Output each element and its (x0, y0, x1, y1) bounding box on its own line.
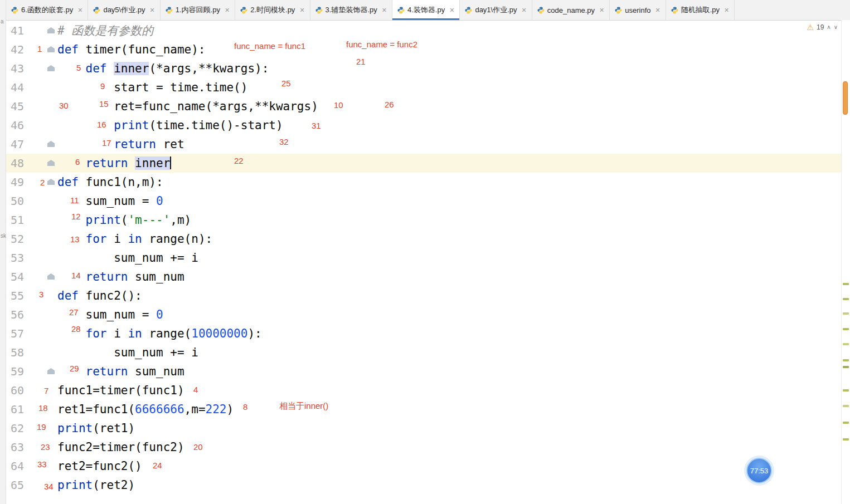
code-line-57[interactable]: 57 for i in range(10000000): (6, 324, 850, 343)
code-editor[interactable]: 41# 函数是有参数的42def timer(func_name):43 def… (6, 21, 850, 504)
code-text[interactable]: print(ret2) (57, 476, 135, 495)
code-line-60[interactable]: 60func1=timer(func1) (6, 381, 850, 400)
code-text[interactable]: return inner (57, 154, 171, 173)
code-line-42[interactable]: 42def timer(func_name): (6, 40, 850, 59)
code-text[interactable]: def func2(): (57, 286, 142, 305)
code-text[interactable]: for i in range(10000000): (57, 324, 262, 343)
line-number[interactable]: 50 (6, 192, 57, 211)
code-line-45[interactable]: 45 ret=func_name(*args,**kwargs) (6, 97, 850, 116)
tab-随机抽取.py[interactable]: 随机抽取.py✕ (666, 0, 735, 20)
line-number[interactable]: 41 (6, 21, 57, 40)
code-line-54[interactable]: 54 return sum_num (6, 267, 850, 286)
fold-marker-icon[interactable] (47, 46, 55, 52)
line-number[interactable]: 65 (6, 476, 57, 495)
code-line-47[interactable]: 47 return ret (6, 135, 850, 154)
tab-close-icon[interactable]: ✕ (382, 7, 387, 14)
code-line-63[interactable]: 63func2=timer(func2) (6, 438, 850, 457)
code-line-58[interactable]: 58 sum_num += i (6, 343, 850, 362)
tab-code_name.py[interactable]: code_name.py✕ (532, 0, 610, 20)
fold-marker-icon[interactable] (47, 273, 55, 280)
code-line-51[interactable]: 51 print('m---',m) (6, 211, 850, 229)
stripe-mark[interactable] (843, 283, 849, 285)
fold-marker-icon[interactable] (47, 160, 55, 166)
prev-issue-icon[interactable]: ∧ (827, 25, 830, 30)
tab-6.函数的嵌套.py[interactable]: 6.函数的嵌套.py✕ (6, 0, 88, 20)
next-issue-icon[interactable]: ∨ (834, 25, 838, 30)
tab-close-icon[interactable]: ✕ (599, 7, 604, 14)
line-number[interactable]: 52 (6, 229, 57, 248)
inspections-widget[interactable]: ⚠ 19 ∧ ∨ (807, 23, 838, 31)
line-number[interactable]: 43 (6, 59, 57, 78)
tab-day5\作业.py[interactable]: day5\作业.py✕ (88, 0, 160, 20)
code-line-65[interactable]: 65print(ret2) (6, 476, 850, 495)
line-number[interactable]: 42 (6, 40, 57, 59)
stripe-mark[interactable] (843, 405, 849, 407)
code-text[interactable]: func1=timer(func1) (57, 381, 184, 400)
scrollbar-thumb[interactable] (843, 81, 848, 115)
tab-day1\作业.py[interactable]: day1\作业.py✕ (460, 0, 532, 20)
code-text[interactable]: sum_num += i (57, 343, 198, 362)
line-number[interactable]: 53 (6, 248, 57, 267)
code-text[interactable]: sum_num = 0 (57, 305, 163, 324)
code-text[interactable]: ret1=func1(6666666,m=222) (57, 400, 234, 419)
line-number[interactable]: 58 (6, 343, 57, 362)
line-number[interactable]: 56 (6, 305, 57, 324)
code-text[interactable]: return sum_num (57, 267, 184, 286)
code-text[interactable]: ret=func_name(*args,**kwargs) (57, 97, 318, 116)
line-number[interactable]: 60 (6, 381, 57, 400)
tab-close-icon[interactable]: ✕ (77, 7, 82, 14)
code-text[interactable]: return sum_num (57, 362, 184, 381)
stripe-mark[interactable] (843, 312, 849, 315)
stripe-mark[interactable] (843, 298, 849, 300)
line-number[interactable]: 51 (6, 211, 57, 229)
code-line-62[interactable]: 62print(ret1) (6, 419, 850, 438)
tab-userinfo[interactable]: userinfo✕ (610, 0, 666, 20)
line-number[interactable]: 57 (6, 324, 57, 343)
code-text[interactable]: print('m---',m) (57, 211, 191, 229)
code-text[interactable]: sum_num += i (57, 248, 198, 267)
code-line-43[interactable]: 43 def inner(*args,**kwargs): (6, 59, 850, 78)
tab-close-icon[interactable]: ✕ (724, 7, 729, 14)
tab-4.装饰器.py[interactable]: 4.装饰器.py✕ (392, 0, 460, 20)
stripe-mark[interactable] (843, 359, 849, 361)
line-number[interactable]: 46 (6, 116, 57, 135)
tab-close-icon[interactable]: ✕ (299, 7, 304, 14)
line-number[interactable]: 54 (6, 267, 57, 286)
code-line-49[interactable]: 49def func1(n,m): (6, 173, 850, 192)
recording-timer-bubble[interactable]: 77:53 (746, 458, 772, 483)
tab-close-icon[interactable]: ✕ (522, 7, 527, 14)
fold-marker-icon[interactable] (47, 65, 55, 71)
fold-marker-icon[interactable] (47, 368, 55, 374)
tab-close-icon[interactable]: ✕ (225, 7, 230, 14)
code-line-52[interactable]: 52 for i in range(n): (6, 229, 850, 248)
line-number[interactable]: 61 (6, 400, 57, 419)
stripe-mark[interactable] (843, 389, 849, 392)
code-text[interactable]: def func1(n,m): (57, 173, 163, 192)
code-line-48[interactable]: 48 return inner (6, 154, 850, 173)
stripe-mark[interactable] (843, 366, 849, 368)
code-line-53[interactable]: 53 sum_num += i (6, 248, 850, 267)
line-number[interactable]: 48 (6, 154, 57, 173)
code-text[interactable]: print(ret1) (57, 419, 135, 438)
line-number[interactable]: 62 (6, 419, 57, 438)
code-line-55[interactable]: 55def func2(): (6, 286, 850, 305)
stripe-mark[interactable] (843, 343, 849, 345)
line-number[interactable]: 55 (6, 286, 57, 305)
line-number[interactable]: 44 (6, 78, 57, 97)
stripe-mark[interactable] (843, 438, 849, 441)
code-text[interactable]: print(time.time()-start) (57, 116, 283, 135)
code-text[interactable]: def timer(func_name): (57, 40, 206, 59)
code-line-46[interactable]: 46 print(time.time()-start) (6, 116, 850, 135)
code-text[interactable]: func2=timer(func2) (57, 438, 184, 457)
tab-2.时间模块.py[interactable]: 2.时间模块.py✕ (235, 0, 310, 20)
code-line-50[interactable]: 50 sum_num = 0 (6, 192, 850, 211)
code-text[interactable]: sum_num = 0 (57, 192, 163, 211)
code-text[interactable]: ret2=func2() (57, 457, 142, 476)
line-number[interactable]: 49 (6, 173, 57, 192)
code-line-56[interactable]: 56 sum_num = 0 (6, 305, 850, 324)
line-number[interactable]: 63 (6, 438, 57, 457)
line-number[interactable]: 47 (6, 135, 57, 154)
code-text[interactable]: # 函数是有参数的 (57, 21, 153, 40)
stripe-mark[interactable] (843, 422, 849, 424)
code-line-64[interactable]: 64ret2=func2() (6, 457, 850, 476)
